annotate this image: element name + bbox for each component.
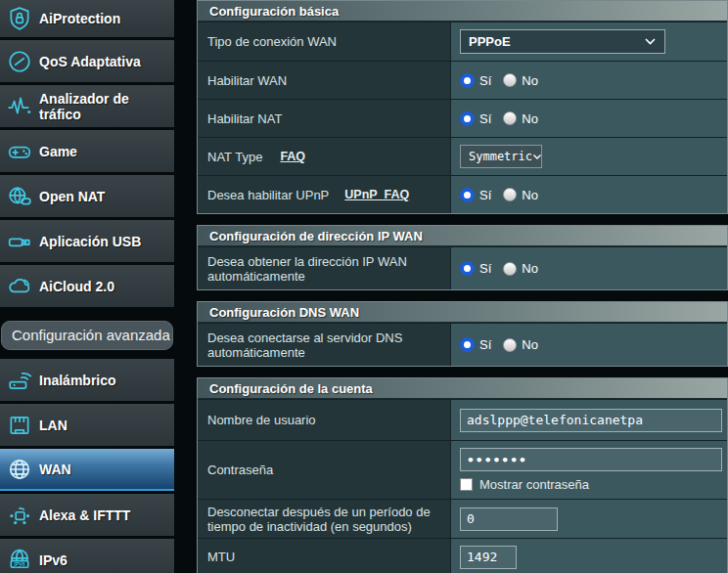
field-label: Desea obtener la dirección IP WAN automá…: [198, 247, 450, 289]
radio-no-label: No: [522, 337, 538, 352]
sidebar-item-traffic-analyzer[interactable]: Analizador de tráfico: [0, 85, 174, 127]
radio-no-label: No: [522, 111, 538, 126]
section-title: Configuración de la cuenta: [198, 378, 727, 399]
radio-yes[interactable]: [460, 337, 475, 352]
row-username: Nombre de usuario: [198, 399, 727, 440]
sidebar-item-label: Aplicación USB: [39, 234, 141, 249]
upnp-faq-link[interactable]: UPnP_FAQ: [344, 188, 409, 201]
sidebar-item-aiprotection[interactable]: AiProtection: [0, 0, 174, 37]
sidebar-item-alexa-ifttt[interactable]: Alexa & IFTTT: [0, 494, 174, 536]
sidebar-item-aicloud[interactable]: AiCloud 2.0: [0, 265, 174, 307]
cloud-icon: [0, 274, 39, 299]
radio-yes[interactable]: [460, 188, 475, 202]
section-wan-ip-config: Configuración de dirección IP WAN Desea …: [197, 225, 728, 290]
field-label: Contraseña: [198, 441, 450, 499]
section-basic-config: Configuración básica Tipo de conexión WA…: [197, 0, 728, 214]
wireless-icon: [0, 368, 39, 393]
field-label: Habilitar NAT: [198, 100, 450, 137]
sidebar-item-label: Inalámbrico: [39, 373, 116, 388]
radio-no[interactable]: [503, 338, 517, 352]
field-label: MTU: [198, 539, 450, 573]
radio-yes[interactable]: [460, 261, 475, 276]
radio-no-label: No: [522, 188, 538, 202]
sidebar-item-lan[interactable]: LAN: [0, 404, 174, 446]
sidebar-item-label: AiProtection: [39, 11, 120, 26]
section-title: Configuración básica: [198, 1, 727, 22]
row-enable-wan: Habilitar WAN Sí No: [198, 61, 727, 99]
radio-no[interactable]: [503, 188, 517, 201]
shield-lock-icon: [0, 6, 39, 31]
lan-port-icon: [0, 413, 39, 438]
show-password-checkbox[interactable]: [460, 478, 473, 491]
sidebar-item-label: Open NAT: [39, 189, 105, 204]
radio-yes-label: Sí: [479, 73, 491, 88]
gauge-icon: [0, 49, 39, 74]
password-input[interactable]: [460, 448, 722, 471]
sidebar-item-label: AiCloud 2.0: [39, 279, 114, 294]
radio-no[interactable]: [503, 262, 517, 276]
radio-yes[interactable]: [460, 73, 475, 88]
section-wan-dns-config: Configuración DNS WAN Desea conectarse a…: [197, 301, 728, 367]
row-auto-ip: Desea obtener la dirección IP WAN automá…: [198, 246, 727, 289]
usb-icon: [0, 229, 39, 254]
row-enable-upnp: Desea habilitar UPnP UPnP_FAQ Sí No: [198, 175, 727, 213]
nat-type-select[interactable]: Symmetric: [460, 145, 542, 168]
sidebar-item-label: Alexa & IFTTT: [39, 507, 130, 523]
username-input[interactable]: [460, 409, 722, 432]
radio-no-label: No: [522, 261, 538, 276]
radio-yes-label: Sí: [479, 337, 491, 352]
sidebar-item-usb-app[interactable]: Aplicación USB: [0, 220, 174, 262]
row-nat-type: NAT Type FAQ Symmetric: [198, 137, 727, 175]
waveform-icon: [0, 94, 39, 119]
sidebar-item-label: WAN: [39, 462, 71, 477]
row-mtu: MTU: [198, 538, 727, 573]
selected-option: Symmetric: [469, 150, 532, 163]
sidebar-item-label: QoS Adaptativa: [39, 54, 141, 69]
section-title: Configuración de dirección IP WAN: [198, 226, 727, 246]
nat-type-faq-link[interactable]: FAQ: [280, 150, 305, 163]
radio-yes-label: Sí: [479, 261, 491, 276]
radio-yes-label: Sí: [479, 111, 491, 126]
svg-text:IPV6: IPV6: [14, 560, 25, 566]
selected-option: PPPoE: [469, 34, 511, 49]
row-enable-nat: Habilitar NAT Sí No: [198, 99, 727, 137]
sidebar-item-qos[interactable]: QoS Adaptativa: [0, 40, 174, 82]
sidebar-item-label: Game: [39, 144, 77, 159]
sidebar-item-open-nat[interactable]: Open NAT: [0, 175, 174, 217]
row-auto-dns: Desea conectarse al servidor DNS automát…: [198, 323, 727, 366]
sidebar-item-game[interactable]: Game: [0, 130, 174, 172]
sidebar-item-ipv6[interactable]: IPV6 IPv6: [0, 539, 174, 573]
sidebar-item-label: Analizador de tráfico: [39, 91, 174, 122]
sidebar-section-advanced: Configuración avanzada: [1, 321, 173, 350]
row-idle-disconnect: Desconectar después de un período de tie…: [198, 499, 727, 538]
ipv6-globe-icon: IPV6: [0, 548, 39, 573]
idle-disconnect-input[interactable]: [460, 507, 558, 531]
wan-connection-type-select[interactable]: PPPoE: [460, 29, 665, 54]
mtu-input[interactable]: [460, 546, 517, 569]
radio-no[interactable]: [503, 111, 517, 125]
radio-no[interactable]: [503, 73, 517, 87]
field-label: Desea conectarse al servidor DNS automát…: [198, 324, 450, 366]
field-label: NAT Type: [207, 150, 262, 164]
sidebar-item-label: LAN: [39, 418, 68, 433]
globe-icon: [0, 457, 39, 482]
row-password: Contraseña Mostrar contraseña: [198, 440, 727, 499]
sidebar-item-label: IPv6: [39, 552, 68, 568]
field-label: Nombre de usuario: [198, 400, 450, 440]
alexa-ifttt-icon: [0, 503, 39, 528]
row-wan-connection-type: Tipo de conexión WAN PPPoE: [198, 22, 727, 61]
sidebar-item-wan[interactable]: WAN: [0, 449, 174, 491]
section-title: Configuración DNS WAN: [198, 302, 727, 323]
radio-no-label: No: [522, 73, 538, 88]
sidebar-item-wireless[interactable]: Inalámbrico: [0, 359, 174, 401]
chevron-down-icon: [644, 34, 657, 49]
show-password-label: Mostrar contraseña: [479, 477, 589, 492]
field-label: Habilitar WAN: [198, 62, 450, 99]
radio-yes[interactable]: [460, 111, 475, 126]
chevron-down-icon: [532, 150, 542, 163]
field-label: Tipo de conexión WAN: [198, 22, 450, 61]
globe-gamepad-icon: [0, 184, 39, 209]
field-label: Desconectar después de un período de tie…: [198, 500, 450, 538]
wan-settings-panel: Configuración básica Tipo de conexión WA…: [197, 0, 728, 573]
sidebar: AiProtection QoS Adaptativa Analizador d…: [0, 0, 174, 573]
